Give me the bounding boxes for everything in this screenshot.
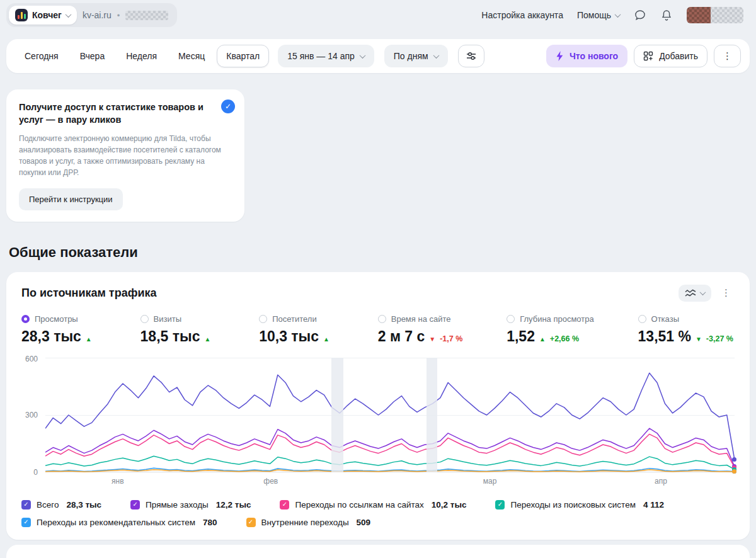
metric-tabs: Просмотры 28,3 тыс▲ Визиты 18,5 тыс▲ Пос…	[21, 314, 735, 345]
period-quarter[interactable]: Квартал	[217, 45, 269, 67]
metric-label: Посетители	[272, 314, 317, 324]
trend-up-icon: ▲	[204, 336, 210, 343]
trend-up-icon: ▲	[86, 336, 92, 343]
y-tick-label: 300	[25, 411, 38, 419]
checkbox-icon[interactable]: ✓	[21, 518, 31, 527]
legend-item-recommendation[interactable]: ✓ Переходы из рекомендательных систем 78…	[21, 518, 217, 527]
lightning-icon	[556, 51, 564, 61]
widget-menu-icon[interactable]: ⋮	[718, 285, 735, 300]
period-week[interactable]: Неделя	[117, 45, 166, 67]
checkbox-icon[interactable]: ✓	[495, 500, 505, 510]
radio-icon[interactable]	[140, 315, 149, 323]
metric-visits[interactable]: Визиты 18,5 тыс▲	[140, 314, 215, 345]
metric-label: Просмотры	[35, 314, 78, 324]
chevron-down-icon	[359, 52, 365, 59]
chevron-down-icon	[615, 11, 621, 18]
legend-item-direct[interactable]: ✓ Прямые заходы 12,2 тыс	[130, 500, 251, 510]
radio-icon[interactable]	[507, 315, 515, 323]
metric-time-on-site[interactable]: Время на сайте 2 м 7 с▼-1,7 %	[378, 314, 463, 345]
highlight-band	[427, 358, 438, 472]
account-settings-link[interactable]: Настройка аккаунта	[481, 10, 563, 20]
x-axis-label: фев	[263, 477, 278, 486]
series-line	[45, 456, 735, 469]
period-yesterday[interactable]: Вчера	[71, 45, 115, 67]
checkbox-icon[interactable]: ✓	[280, 500, 289, 510]
metrica-dashboard: Ковчег kv-ai.ru • Настройка аккаунта Пом…	[0, 0, 756, 558]
radio-icon[interactable]	[259, 315, 267, 323]
widget-grid-icon	[643, 51, 653, 61]
metric-value: 18,5 тыс	[140, 328, 200, 345]
legend-item-total[interactable]: ✓ Всего 28,3 тыс	[21, 500, 101, 510]
chevron-down-icon	[433, 52, 439, 59]
site-domain[interactable]: kv-ai.ru	[83, 10, 112, 20]
checkbox-icon[interactable]: ✓	[246, 518, 256, 527]
y-axis: 600 300 0	[21, 358, 45, 472]
metric-visitors[interactable]: Посетители 10,3 тыс▲	[259, 314, 334, 345]
radio-icon[interactable]	[638, 315, 646, 323]
x-axis-label: мар	[483, 477, 497, 486]
checkbox-icon[interactable]: ✓	[21, 500, 31, 510]
promo-title: Получите доступ к статистике товаров и у…	[19, 101, 210, 127]
legend-value: 12,2 тыс	[216, 500, 251, 510]
series-endpoint-dot	[732, 457, 736, 462]
legend-item-site-links[interactable]: ✓ Переходы по ссылкам на сайтах 10,2 тыс	[280, 500, 466, 510]
y-tick-label: 600	[25, 355, 38, 363]
help-label: Помощь	[577, 10, 611, 20]
whats-new-button[interactable]: Что нового	[546, 45, 627, 67]
metric-value: 10,3 тыс	[259, 328, 319, 345]
metric-depth[interactable]: Глубина просмотра 1,52▲+2,66 %	[507, 314, 594, 345]
chart-plot-area[interactable]	[45, 358, 735, 472]
legend-label: Прямые заходы	[146, 500, 209, 510]
date-range-picker[interactable]: 15 янв — 14 апр	[278, 45, 374, 67]
metric-label: Время на сайте	[391, 314, 451, 324]
metric-label: Визиты	[154, 314, 181, 324]
add-widget-button[interactable]: Добавить	[634, 45, 707, 67]
help-menu[interactable]: Помощь	[577, 10, 620, 20]
widget-title: По источникам трафика	[21, 287, 157, 300]
counter-selector[interactable]: Ковчег	[9, 6, 77, 25]
legend-label: Переходы по ссылкам на сайтах	[295, 500, 423, 510]
top-header: Ковчег kv-ai.ru • Настройка аккаунта Пом…	[0, 0, 756, 30]
legend-label: Внутренние переходы	[261, 518, 349, 527]
add-label: Добавить	[659, 51, 698, 61]
whats-new-label: Что нового	[570, 51, 618, 61]
filters-button[interactable]	[458, 45, 484, 67]
period-month[interactable]: Месяц	[169, 45, 214, 67]
promo-instruction-button[interactable]: Перейти к инструкции	[19, 188, 123, 210]
metric-delta: -3,27 %	[706, 334, 733, 343]
legend-item-internal[interactable]: ✓ Внутренние переходы 509	[246, 518, 371, 527]
traffic-sources-widget: По источникам трафика ⋮ Просмотры 28,3 т…	[6, 272, 750, 540]
x-axis-label: янв	[112, 477, 124, 486]
notifications-bell-icon[interactable]	[660, 9, 673, 21]
checkbox-icon[interactable]: ✓	[130, 500, 140, 510]
more-menu-icon[interactable]: ⋮	[714, 45, 741, 67]
legend-value: 509	[357, 518, 371, 527]
user-avatar[interactable]	[687, 7, 743, 23]
chevron-down-icon	[65, 11, 71, 18]
chat-icon[interactable]	[634, 9, 646, 21]
legend-label: Переходы из рекомендательных систем	[37, 518, 195, 527]
traffic-line-chart[interactable]: 600 300 0	[21, 358, 735, 472]
grouping-value: По дням	[394, 51, 428, 61]
chart-type-select[interactable]	[679, 285, 711, 302]
redacted-counter-id	[125, 11, 168, 20]
counter-selector-group: Ковчег kv-ai.ru •	[6, 3, 177, 27]
metric-value: 28,3 тыс	[21, 328, 81, 345]
trend-up-icon: ▲	[539, 336, 546, 343]
radio-selected-icon[interactable]	[21, 315, 30, 323]
metric-views[interactable]: Просмотры 28,3 тыс▲	[21, 314, 96, 345]
radio-icon[interactable]	[378, 315, 386, 323]
legend-item-search[interactable]: ✓ Переходы из поисковых систем 4 112	[495, 500, 664, 510]
trend-down-icon: ▼	[429, 336, 435, 343]
y-tick-label: 0	[33, 468, 38, 477]
metric-value: 13,51 %	[638, 328, 691, 345]
period-today[interactable]: Сегодня	[15, 45, 68, 67]
chevron-down-icon	[700, 289, 706, 295]
legend-label: Переходы из поисковых систем	[510, 500, 635, 510]
grouping-select[interactable]: По дням	[384, 45, 448, 67]
metric-label: Глубина просмотра	[520, 314, 594, 324]
metric-bounce-rate[interactable]: Отказы 13,51 %▼-3,27 %	[638, 314, 733, 345]
metric-value: 1,52	[507, 328, 535, 345]
widget-controls: ⋮	[679, 285, 735, 302]
widget-header: По источникам трафика ⋮	[21, 285, 735, 302]
